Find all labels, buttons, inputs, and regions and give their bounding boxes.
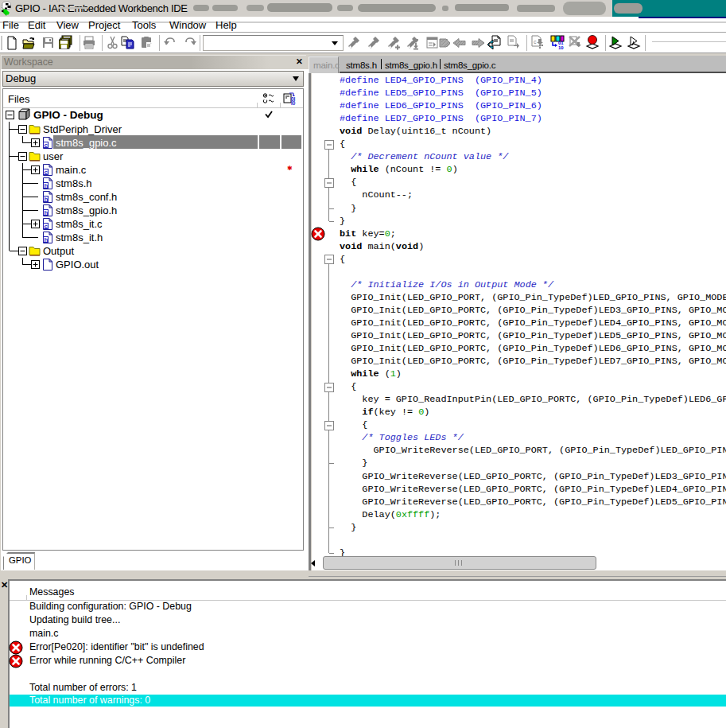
svg-text:h: h xyxy=(45,196,49,203)
svg-text:I0: I0 xyxy=(291,100,296,105)
svg-text:c: c xyxy=(45,223,49,230)
svg-text:h: h xyxy=(45,182,49,189)
svg-text:c: c xyxy=(45,142,49,149)
svg-text:h: h xyxy=(45,209,49,216)
svg-text:10: 10 xyxy=(558,45,564,49)
svg-text:c: c xyxy=(534,39,537,45)
svg-text:c: c xyxy=(45,169,49,176)
svg-text:h: h xyxy=(45,236,49,243)
